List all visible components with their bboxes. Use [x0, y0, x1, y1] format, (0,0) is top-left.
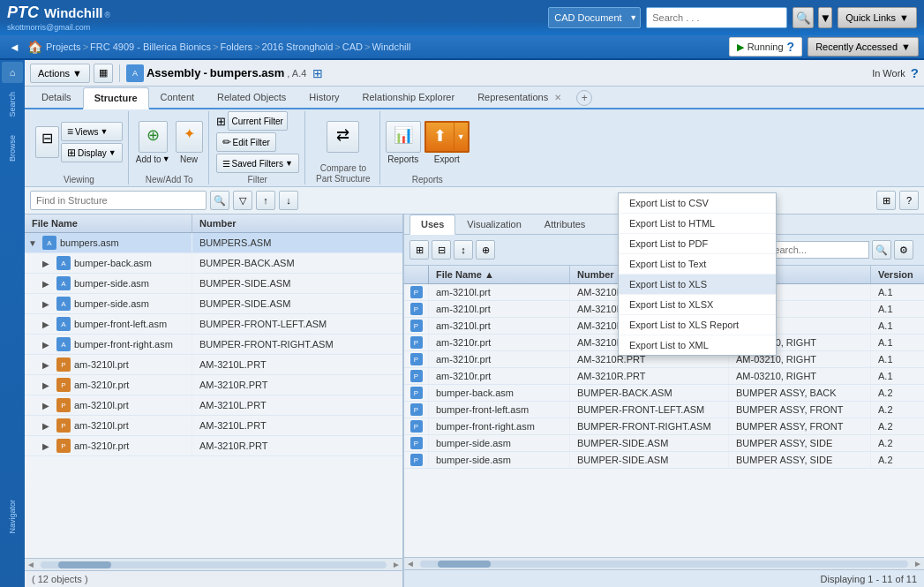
export-menu-item[interactable]: Export List to HTML — [619, 214, 776, 234]
tree-toggle[interactable]: ▶ — [42, 441, 53, 451]
sub-tab-uses[interactable]: Uses — [409, 214, 455, 235]
table-row[interactable]: ▶ P am-3210l.prt AM-3210L.PRT — [25, 416, 402, 436]
tab-details[interactable]: Details — [30, 87, 83, 108]
tab-representations[interactable]: Representations ✕ — [466, 87, 573, 108]
tab-related-objects[interactable]: Related Objects — [206, 87, 297, 108]
saved-filters-button[interactable]: ☰ Saved Filters ▼ — [216, 154, 299, 173]
export-menu-item[interactable]: Export List to XLSX — [619, 295, 776, 315]
right-table-row[interactable]: P bumper-back.asm BUMPER-BACK.ASM BUMPER… — [404, 385, 924, 402]
quick-view-button[interactable]: ▦ — [94, 64, 113, 83]
new-button[interactable]: ✦ — [176, 121, 203, 153]
breadcrumb-frc[interactable]: FRC 4909 - Billerica Bionics — [90, 41, 211, 52]
file-name-header[interactable]: File Name — [25, 214, 192, 232]
nav-back-button[interactable]: ◄ — [5, 39, 24, 56]
find-help-button[interactable]: ? — [899, 191, 919, 210]
search-dropdown-button[interactable]: ▼ — [818, 7, 832, 28]
help-question-icon[interactable]: ? — [787, 40, 795, 54]
current-filter-button[interactable]: Current Filter — [228, 111, 288, 131]
representations-close-icon[interactable]: ✕ — [554, 93, 561, 102]
tree-toggle[interactable]: ▶ — [42, 279, 53, 289]
right-search-button[interactable]: 🔍 — [872, 240, 891, 260]
right-tb-btn-3[interactable]: ↕ — [454, 240, 473, 260]
find-filter-button[interactable]: ▽ — [233, 191, 252, 210]
table-row[interactable]: ▶ A bumper-side.asm BUMPER-SIDE.ASM — [25, 294, 402, 314]
tab-relationship-explorer[interactable]: Relationship Explorer — [351, 87, 467, 108]
right-table-row[interactable]: P bumper-side.asm BUMPER-SIDE.ASM BUMPER… — [404, 452, 924, 469]
add-tab-button[interactable]: + — [576, 90, 592, 106]
table-row[interactable]: ▶ A bumper-front-left.asm BUMPER-FRONT-L… — [25, 314, 402, 335]
export-button[interactable]: ⬆ — [424, 121, 454, 153]
show-hide-button[interactable]: ⊟ — [35, 126, 59, 158]
tree-toggle[interactable]: ▶ — [42, 401, 53, 410]
breadcrumb-2016[interactable]: 2016 Stronghold — [262, 41, 334, 52]
actions-button[interactable]: Actions ▼ — [30, 64, 90, 83]
add-to-button[interactable]: ⊕ — [139, 121, 168, 153]
sidebar-search-label[interactable]: Search — [8, 92, 17, 117]
breadcrumb-cad[interactable]: CAD — [342, 41, 363, 52]
tree-toggle[interactable]: ▼ — [28, 238, 39, 248]
left-hscroll[interactable]: ◄ ► — [25, 558, 402, 570]
quick-links-button[interactable]: Quick Links ▼ — [838, 7, 917, 28]
right-hscroll-left[interactable]: ◄ — [404, 559, 417, 568]
find-input[interactable] — [30, 191, 207, 210]
search-input[interactable] — [646, 7, 787, 28]
find-search-button[interactable]: 🔍 — [210, 191, 229, 210]
tree-toggle[interactable]: ▶ — [42, 380, 53, 390]
export-menu-item[interactable]: Export List to Text — [619, 254, 776, 275]
breadcrumb-projects[interactable]: Projects — [46, 41, 81, 52]
right-hscroll[interactable]: ◄ ► — [404, 557, 924, 569]
sub-tab-attributes[interactable]: Attributes — [533, 214, 597, 234]
right-hscroll-thumb[interactable] — [438, 561, 491, 568]
breadcrumb-windchill[interactable]: Windchill — [372, 41, 410, 52]
tree-toggle[interactable]: ▶ — [42, 421, 53, 431]
left-hscroll-right-arrow[interactable]: ► — [390, 560, 402, 569]
tree-toggle[interactable]: ▶ — [42, 320, 53, 329]
reports-button[interactable]: 📊 — [386, 121, 421, 153]
tab-history[interactable]: History — [297, 87, 350, 108]
table-row[interactable]: ▶ P am-3210l.prt AM-3210L.PRT — [25, 355, 402, 375]
right-settings-button[interactable]: ⚙ — [894, 240, 913, 260]
tree-toggle[interactable]: ▶ — [42, 360, 53, 370]
export-menu-item[interactable]: Export List to XLS — [619, 275, 776, 295]
search-button[interactable]: 🔍 — [793, 7, 814, 28]
tree-toggle[interactable]: ▶ — [42, 299, 53, 309]
sidebar-home-icon[interactable]: ⌂ — [2, 62, 23, 83]
recently-accessed-button[interactable]: Recently Accessed ▼ — [808, 37, 919, 56]
display-button[interactable]: ⊞ Display ▼ — [61, 143, 123, 162]
find-sort-asc-button[interactable]: ↑ — [256, 191, 275, 210]
table-row[interactable]: ▶ A bumper-back.asm BUMPER-BACK.ASM — [25, 253, 402, 274]
left-hscroll-left-arrow[interactable]: ◄ — [25, 560, 37, 569]
home-icon[interactable]: 🏠 — [27, 40, 42, 54]
table-row[interactable]: ▼ A bumpers.asm BUMPERS.ASM — [25, 233, 402, 253]
sub-tab-visualization[interactable]: Visualization — [455, 214, 533, 234]
table-row[interactable]: ▶ P am-3210l.prt AM-3210L.PRT — [25, 395, 402, 416]
export-menu-item[interactable]: Export List to CSV — [619, 193, 776, 214]
right-hscroll-right[interactable]: ► — [912, 559, 924, 568]
breadcrumb-folders[interactable]: Folders — [220, 41, 252, 52]
doc-type-select[interactable]: CAD Document Part Document — [548, 7, 641, 28]
right-tb-btn-4[interactable]: ⊕ — [476, 240, 495, 260]
tab-structure[interactable]: Structure — [83, 87, 149, 109]
right-version-header[interactable]: Version — [871, 266, 924, 283]
tree-toggle[interactable]: ▶ — [42, 259, 53, 268]
table-row[interactable]: ▶ A bumper-side.asm BUMPER-SIDE.ASM — [25, 274, 402, 294]
tree-toggle[interactable]: ▶ — [42, 340, 53, 350]
export-menu-item[interactable]: Export List to XML — [619, 335, 776, 355]
right-table-row[interactable]: P am-3210r.prt AM-3210R.PRT AM-03210, RI… — [404, 368, 924, 385]
edit-filter-button[interactable]: ✏ Edit Filter — [216, 132, 276, 152]
sidebar-navigator-label[interactable]: Navigator — [8, 500, 17, 534]
table-row[interactable]: ▶ P am-3210r.prt AM-3210R.PRT — [25, 375, 402, 395]
table-row[interactable]: ▶ P am-3210r.prt AM-3210R.PRT — [25, 436, 402, 456]
number-header[interactable]: Number — [192, 214, 402, 232]
find-sort-desc-button[interactable]: ↓ — [279, 191, 298, 210]
right-tb-btn-1[interactable]: ⊞ — [409, 240, 429, 260]
left-hscroll-thumb[interactable] — [58, 561, 111, 568]
export-menu-item[interactable]: Export List to PDF — [619, 234, 776, 254]
right-table-row[interactable]: P bumper-side.asm BUMPER-SIDE.ASM BUMPER… — [404, 435, 924, 452]
right-search-input[interactable] — [763, 241, 869, 259]
find-collapse-button[interactable]: ⊞ — [876, 191, 896, 210]
table-row[interactable]: ▶ A bumper-front-right.asm BUMPER-FRONT-… — [25, 335, 402, 355]
export-dropdown-button[interactable]: ▼ — [454, 121, 470, 153]
right-tb-btn-2[interactable]: ⊟ — [432, 240, 451, 260]
sidebar-browse-label[interactable]: Browse — [8, 135, 17, 162]
